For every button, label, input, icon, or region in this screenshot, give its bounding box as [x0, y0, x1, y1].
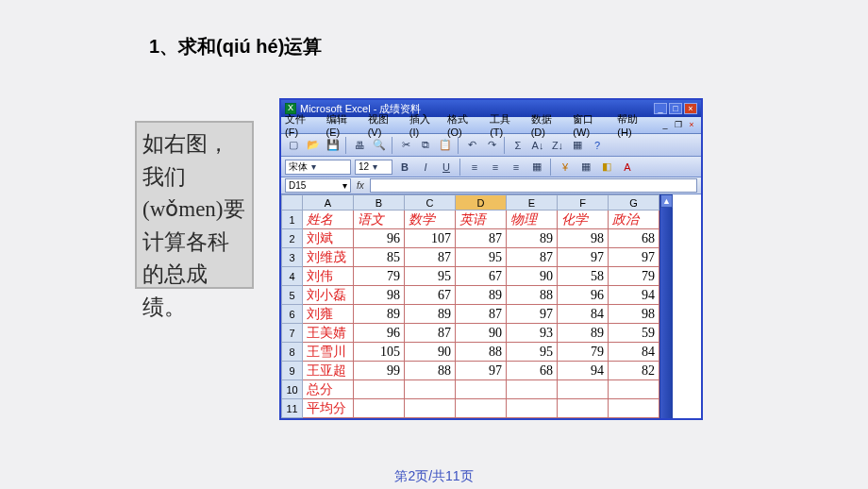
value-cell[interactable]: 99	[354, 362, 405, 380]
value-cell[interactable]: 88	[405, 362, 456, 380]
name-cell[interactable]: 刘维茂	[303, 248, 354, 267]
row-header-10[interactable]: 10	[282, 380, 303, 399]
empty-cell[interactable]	[354, 380, 405, 399]
close-button[interactable]: ×	[684, 103, 697, 114]
value-cell[interactable]: 82	[609, 362, 659, 380]
menu-edit[interactable]: 编辑(E)	[326, 112, 359, 138]
menu-view[interactable]: 视图(V)	[368, 112, 400, 138]
minimize-button[interactable]: _	[654, 103, 667, 114]
header-cell[interactable]: 政治	[609, 211, 659, 229]
inner-minimize-button[interactable]: _	[659, 120, 671, 130]
value-cell[interactable]: 97	[609, 248, 659, 267]
value-cell[interactable]: 89	[507, 229, 558, 248]
value-cell[interactable]: 87	[456, 305, 507, 324]
value-cell[interactable]: 68	[507, 362, 558, 380]
value-cell[interactable]: 67	[405, 286, 456, 305]
value-cell[interactable]: 87	[405, 248, 456, 267]
value-cell[interactable]: 67	[456, 267, 507, 286]
menu-window[interactable]: 窗口(W)	[573, 112, 608, 138]
value-cell[interactable]: 90	[507, 267, 558, 286]
empty-cell[interactable]	[456, 399, 507, 418]
value-cell[interactable]: 98	[354, 286, 405, 305]
empty-cell[interactable]	[609, 399, 659, 418]
menu-tools[interactable]: 工具(T)	[490, 112, 522, 138]
summary-label[interactable]: 平均分	[303, 399, 354, 418]
empty-cell[interactable]	[507, 380, 558, 399]
new-icon[interactable]: ▢	[285, 137, 302, 154]
inner-restore-button[interactable]: ❐	[673, 120, 684, 130]
empty-cell[interactable]	[507, 399, 558, 418]
inner-close-button[interactable]: ×	[686, 120, 697, 130]
value-cell[interactable]: 90	[405, 343, 456, 362]
row-header-8[interactable]: 8	[282, 343, 303, 362]
value-cell[interactable]: 97	[507, 305, 558, 324]
italic-button[interactable]: I	[417, 159, 434, 176]
sort-desc-icon[interactable]: Z↓	[549, 137, 566, 154]
value-cell[interactable]: 59	[609, 324, 659, 343]
name-cell[interactable]: 刘雍	[303, 305, 354, 324]
value-cell[interactable]: 94	[558, 362, 609, 380]
header-cell[interactable]: 语文	[354, 211, 405, 229]
value-cell[interactable]: 89	[558, 324, 609, 343]
empty-cell[interactable]	[405, 399, 456, 418]
col-header-E[interactable]: E	[507, 195, 558, 211]
empty-cell[interactable]	[405, 380, 456, 399]
row-header-6[interactable]: 6	[282, 305, 303, 324]
empty-cell[interactable]	[609, 380, 659, 399]
col-header-B[interactable]: B	[354, 195, 405, 211]
value-cell[interactable]: 79	[609, 267, 659, 286]
value-cell[interactable]: 85	[354, 248, 405, 267]
value-cell[interactable]: 97	[456, 362, 507, 380]
value-cell[interactable]: 90	[456, 324, 507, 343]
save-icon[interactable]: 💾	[325, 137, 342, 154]
fill-color-button[interactable]: ◧	[598, 159, 615, 176]
empty-cell[interactable]	[558, 399, 609, 418]
cut-icon[interactable]: ✂	[397, 137, 414, 154]
name-cell[interactable]: 王亚超	[303, 362, 354, 380]
col-header-D[interactable]: D	[456, 195, 507, 211]
spreadsheet-grid[interactable]: ABCDEFG1姓名语文数学英语物理化学政治2刘斌96107878998683刘…	[281, 194, 659, 418]
copy-icon[interactable]: ⧉	[417, 137, 434, 154]
align-right-button[interactable]: ≡	[508, 159, 525, 176]
fx-icon[interactable]: fx	[353, 180, 368, 191]
value-cell[interactable]: 96	[558, 286, 609, 305]
chart-icon[interactable]: ▦	[569, 137, 586, 154]
row-header-2[interactable]: 2	[282, 229, 303, 248]
header-cell[interactable]: 数学	[405, 211, 456, 229]
row-header-1[interactable]: 1	[282, 211, 303, 229]
vertical-scrollbar[interactable]: ▲	[659, 194, 673, 418]
align-left-button[interactable]: ≡	[466, 159, 483, 176]
value-cell[interactable]: 107	[405, 229, 456, 248]
value-cell[interactable]: 79	[558, 343, 609, 362]
font-color-button[interactable]: A	[619, 159, 636, 176]
menu-data[interactable]: 数据(D)	[531, 112, 564, 138]
value-cell[interactable]: 87	[507, 248, 558, 267]
col-header-G[interactable]: G	[609, 195, 659, 211]
value-cell[interactable]: 95	[405, 267, 456, 286]
row-header-7[interactable]: 7	[282, 324, 303, 343]
header-cell[interactable]: 化学	[558, 211, 609, 229]
name-cell[interactable]: 刘伟	[303, 267, 354, 286]
row-header-11[interactable]: 11	[282, 399, 303, 418]
preview-icon[interactable]: 🔍	[371, 137, 388, 154]
value-cell[interactable]: 95	[456, 248, 507, 267]
header-cell[interactable]: 英语	[456, 211, 507, 229]
bold-button[interactable]: B	[396, 159, 413, 176]
menu-help[interactable]: 帮助(H)	[617, 112, 650, 138]
value-cell[interactable]: 98	[558, 229, 609, 248]
col-header-F[interactable]: F	[558, 195, 609, 211]
menu-file[interactable]: 文件(F)	[285, 112, 317, 138]
header-cell[interactable]: 物理	[507, 211, 558, 229]
row-header-9[interactable]: 9	[282, 362, 303, 380]
empty-cell[interactable]	[354, 399, 405, 418]
value-cell[interactable]: 68	[609, 229, 659, 248]
value-cell[interactable]: 98	[609, 305, 659, 324]
value-cell[interactable]: 58	[558, 267, 609, 286]
value-cell[interactable]: 89	[354, 305, 405, 324]
paste-icon[interactable]: 📋	[437, 137, 454, 154]
formula-input[interactable]	[370, 178, 697, 193]
value-cell[interactable]: 96	[354, 324, 405, 343]
name-box[interactable]: D15 ▾	[285, 178, 351, 193]
col-header-A[interactable]: A	[303, 195, 354, 211]
scroll-up-icon[interactable]: ▲	[660, 194, 673, 208]
